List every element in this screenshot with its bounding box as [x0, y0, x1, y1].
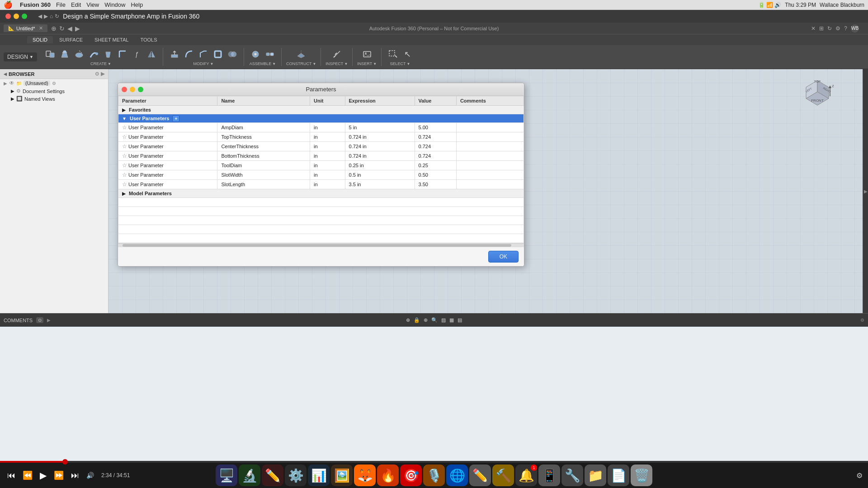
param-comments-3[interactable]: [456, 142, 524, 151]
tab-surface[interactable]: SURFACE: [54, 36, 88, 43]
app-name[interactable]: Fusion 360: [20, 1, 51, 8]
nav-refresh[interactable]: ↻: [55, 13, 59, 19]
dock-icon-podcast[interactable]: 🎙️: [423, 465, 445, 486]
star-icon-5[interactable]: ☆: [122, 162, 127, 169]
user-params-row[interactable]: ▼ User Parameters +: [118, 114, 524, 123]
table-row[interactable]: ☆ User Parameter BottomThickness in 0.72…: [118, 151, 524, 161]
star-icon-2[interactable]: ☆: [122, 134, 127, 140]
formula-icon[interactable]: ƒ: [130, 48, 144, 61]
loft-icon[interactable]: [101, 48, 115, 61]
table-row[interactable]: ☆ User Parameter CenterThickness in 0.72…: [118, 142, 524, 151]
expand-btn[interactable]: ⊞: [819, 25, 824, 32]
table-row[interactable]: ☆ User Parameter AmpDiam in 5 in 5.00: [118, 123, 524, 132]
tab-sheet-metal[interactable]: SHEET METAL: [89, 36, 134, 43]
viewport-icon-3[interactable]: ⊕: [424, 317, 428, 323]
video-settings-icon[interactable]: ⚙: [856, 471, 863, 480]
press-pull-icon[interactable]: [168, 48, 181, 61]
shell-icon[interactable]: [211, 48, 225, 61]
viewport-canvas[interactable]: FRONT LEFT RIGHT TOP Z: [108, 69, 863, 313]
video-progress-thumb[interactable]: [62, 459, 68, 465]
param-name-7[interactable]: SlotLength: [217, 180, 310, 189]
param-comments-7[interactable]: [456, 180, 524, 189]
viewport-icon-7[interactable]: ▤: [458, 317, 462, 323]
video-progress-bar[interactable]: [0, 461, 868, 463]
dock-icon-numbers[interactable]: 📊: [308, 465, 330, 486]
table-row[interactable]: ☆ User Parameter TopThickness in 0.724 i…: [118, 132, 524, 142]
star-icon-1[interactable]: ☆: [122, 124, 127, 131]
assemble-icon[interactable]: [249, 48, 262, 61]
star-icon-4[interactable]: ☆: [122, 153, 127, 159]
param-name-6[interactable]: SlotWidth: [217, 170, 310, 180]
table-row[interactable]: ☆ User Parameter SlotWidth in 0.5 in 0.5…: [118, 170, 524, 180]
menu-edit[interactable]: Edit: [71, 1, 81, 8]
param-name-3[interactable]: CenterThickness: [217, 142, 310, 151]
ok-button[interactable]: OK: [488, 251, 519, 263]
viewport-icon-1[interactable]: ⊕: [406, 317, 410, 323]
comments-expand[interactable]: ▶: [47, 318, 51, 323]
model-params-collapse-arrow[interactable]: ▶: [122, 191, 126, 196]
modify-label[interactable]: MODIFY ▼: [193, 61, 213, 66]
video-next[interactable]: ⏩: [52, 469, 66, 482]
param-expression-3[interactable]: 0.724 in: [345, 142, 415, 151]
right-panel-toggle[interactable]: ▶: [863, 69, 868, 313]
construct-label[interactable]: CONSTRUCT ▼: [286, 61, 316, 66]
param-comments-1[interactable]: [456, 123, 524, 132]
viewport-icon-2[interactable]: 🔒: [414, 317, 420, 323]
tab-forward[interactable]: ▶: [75, 25, 80, 32]
dock-icon-pencil[interactable]: ✏️: [469, 465, 491, 486]
dock-icon-fusion-web[interactable]: 🎯: [400, 465, 422, 486]
menu-help[interactable]: Help: [131, 1, 143, 8]
param-expression-4[interactable]: 0.724 in: [345, 151, 415, 161]
param-name-5[interactable]: ToolDiam: [217, 161, 310, 170]
add-param-button[interactable]: +: [172, 115, 179, 122]
help-btn[interactable]: ?: [844, 25, 847, 32]
param-expression-1[interactable]: 5 in: [345, 123, 415, 132]
comments-toggle[interactable]: ⊙: [36, 317, 43, 323]
video-volume[interactable]: 🔊: [85, 470, 96, 481]
param-expression-5[interactable]: 0.25 in: [345, 161, 415, 170]
table-scrollbar[interactable]: [118, 243, 524, 247]
scrollbar-thumb[interactable]: [123, 244, 511, 247]
video-skip-end[interactable]: ⏭: [69, 469, 81, 482]
param-comments-5[interactable]: [456, 161, 524, 170]
cursor-icon[interactable]: ↖: [401, 48, 414, 61]
param-expression-2[interactable]: 0.724 in: [345, 132, 415, 142]
viewport-icon-5[interactable]: ▨: [441, 317, 446, 323]
tab-tools[interactable]: TOOLS: [135, 36, 162, 43]
menu-file[interactable]: File: [56, 1, 66, 8]
tree-document-settings[interactable]: ▶ ⚙ Document Settings: [7, 87, 108, 95]
param-comments-4[interactable]: [456, 151, 524, 161]
star-icon-3[interactable]: ☆: [122, 143, 127, 150]
dialog-fullscreen-btn[interactable]: [138, 87, 143, 92]
tree-named-views[interactable]: ▶ 🔲 Named Views: [7, 95, 108, 103]
dock-icon-autodesk[interactable]: 🔬: [239, 465, 260, 486]
settings-btn[interactable]: ⚙: [835, 25, 840, 32]
dock-icon-documents[interactable]: 📄: [608, 465, 629, 486]
combine-icon[interactable]: [226, 48, 239, 61]
nav-back[interactable]: ◀: [38, 13, 42, 19]
dock-icon-photos[interactable]: 🖼️: [331, 465, 353, 486]
nav-forward[interactable]: ▶: [44, 13, 48, 19]
dialog-minimize-btn[interactable]: [130, 87, 135, 92]
close-button[interactable]: [5, 14, 11, 19]
select-label[interactable]: SELECT ▼: [390, 61, 410, 66]
dock-icon-draw[interactable]: ✏️: [262, 465, 283, 486]
user-params-collapse-arrow[interactable]: ▼: [122, 116, 127, 121]
revolve-icon[interactable]: [72, 48, 86, 61]
insert-image-icon[interactable]: [360, 48, 374, 61]
refresh-btn[interactable]: ↻: [827, 25, 832, 32]
assemble-label[interactable]: ASSEMBLE ▼: [250, 61, 276, 66]
construct-plane-icon[interactable]: [294, 48, 308, 61]
fullscreen-button[interactable]: [22, 14, 27, 19]
close-btn[interactable]: ✕: [811, 25, 816, 32]
video-prev[interactable]: ⏪: [21, 469, 34, 482]
dock-icon-fusion[interactable]: 🔨: [492, 465, 514, 486]
menu-view[interactable]: View: [86, 1, 99, 8]
fillet2-icon[interactable]: [182, 48, 196, 61]
viewport-icon-6[interactable]: ▦: [449, 317, 454, 323]
dock-icon-facetime[interactable]: 📱: [538, 465, 560, 486]
tab-add[interactable]: ⊕: [51, 25, 57, 32]
param-name-1[interactable]: AmpDiam: [217, 123, 310, 132]
param-expression-7[interactable]: 3.5 in: [345, 180, 415, 189]
menu-window[interactable]: Window: [104, 1, 125, 8]
